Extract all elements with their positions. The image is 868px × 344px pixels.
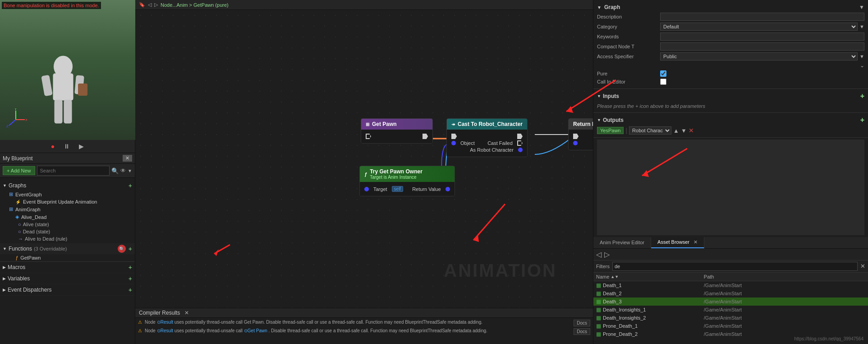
yes-pawn-tag[interactable]: YesPawn — [597, 127, 624, 134]
alive-to-dead-item[interactable]: → Alive to Dead (rule) — [0, 235, 135, 242]
output-type-select[interactable]: Robot Charac — [629, 126, 671, 135]
ab-filter-input[interactable] — [612, 262, 858, 271]
chevron-down-icon: ▼ — [128, 168, 132, 173]
asset-icon-1: ▦ — [596, 290, 601, 297]
eye-icon-button[interactable]: 👁 — [120, 167, 126, 174]
compiler-tab-close[interactable]: ✕ — [184, 310, 189, 316]
name-col-header[interactable]: Name ▲▼ — [596, 274, 704, 279]
warning-icon-1: ⚠ — [138, 320, 142, 325]
graphs-add-button[interactable]: + — [129, 182, 132, 189]
svg-rect-2 — [41, 75, 53, 96]
macros-add-button[interactable]: + — [129, 264, 132, 271]
event-bp-item[interactable]: ⚡ Event Blueprint Update Animation — [0, 198, 135, 205]
try-get-pawn-node[interactable]: ƒ Try Get Pawn Owner Target is Anim Inst… — [359, 166, 455, 196]
pure-checkbox[interactable] — [660, 70, 666, 77]
return-node-title: Return Node — [573, 121, 593, 127]
compact-node-input[interactable] — [660, 42, 864, 51]
svg-text:Y: Y — [14, 108, 17, 111]
as-robot-pin[interactable] — [518, 148, 523, 152]
ab-back-button[interactable]: ◁ — [596, 250, 602, 259]
cast-to-node[interactable]: ↠ Cast To Robot_Character Object Cast Fa… — [446, 118, 528, 157]
exec-in-pin[interactable] — [366, 134, 371, 139]
outputs-add-button[interactable]: + — [860, 116, 864, 124]
object-in-pin[interactable] — [451, 141, 456, 145]
functions-add-button[interactable]: + — [129, 245, 132, 252]
variables-add-button[interactable]: + — [129, 275, 132, 282]
macros-row[interactable]: ▶ Macros + — [0, 262, 135, 273]
search-icon-button[interactable]: 🔍 — [111, 167, 119, 174]
triangle-icon: ▼ — [3, 183, 7, 188]
anim-graph-item[interactable]: ⊞ AnimGraph — [0, 205, 135, 213]
functions-header[interactable]: ▼ Functions (3 Overridable) 🔍 + — [0, 243, 135, 254]
cast-exec-in[interactable] — [451, 134, 457, 139]
collapse-chevron[interactable]: ⌄ — [860, 62, 864, 69]
call-in-editor-checkbox[interactable] — [660, 79, 666, 85]
description-input[interactable] — [660, 13, 864, 21]
get-pawn-link[interactable]: ⊙Get Pawn — [244, 328, 267, 333]
bp-panel-close[interactable]: ✕ — [123, 155, 132, 162]
result-link-1[interactable]: ⊙Result — [157, 320, 173, 325]
get-pawn-node[interactable]: ⊞ Get Pawn — [361, 118, 433, 144]
event-bp-label: Event Blueprint Update Animation — [23, 199, 97, 205]
url-bar: https://blog.csdn.net/qq_39947564 — [795, 336, 863, 341]
variables-label: Variables — [8, 275, 30, 282]
inputs-add-button[interactable]: + — [860, 92, 864, 100]
ab-filter-clear-button[interactable]: ✕ — [860, 263, 865, 270]
cast-exec-pin-row — [451, 134, 523, 139]
output-down-button[interactable]: ▼ — [681, 127, 687, 134]
inputs-header: ▼ Inputs + — [593, 91, 868, 102]
asset-row-5[interactable]: ▦Prone_Death_1 /Game/AnimStart — [593, 322, 868, 330]
get-pawn-func-item[interactable]: ƒ GetPawn — [0, 254, 135, 261]
category-dropdown-arrow[interactable]: ▼ — [859, 24, 864, 29]
cast-failed-pin[interactable] — [517, 140, 523, 146]
ab-forward-button[interactable]: ▷ — [604, 250, 610, 259]
event-dispatchers-row[interactable]: ▶ Event Dispatchers + — [0, 284, 135, 296]
event-bp-icon: ⚡ — [15, 200, 21, 205]
path-col-header[interactable]: Path — [704, 274, 865, 279]
asset-browser-tab-close[interactable]: ✕ — [693, 239, 698, 245]
back-icon[interactable]: ◁ — [148, 2, 152, 8]
asset-row-0[interactable]: ▦Death_1 /Game/AnimStart — [593, 281, 868, 289]
search-input[interactable] — [37, 166, 110, 176]
keywords-input[interactable] — [660, 33, 864, 41]
graph-section-header[interactable]: ▼ Graph ▼ — [593, 3, 868, 12]
asset-browser-tab[interactable]: Asset Browser ✕ — [651, 237, 704, 248]
keywords-label: Keywords — [597, 34, 660, 39]
functions-search-circle[interactable]: 🔍 — [118, 245, 126, 253]
record-button[interactable]: ● — [48, 142, 57, 151]
add-new-button[interactable]: + Add New — [3, 166, 35, 175]
graphs-header[interactable]: ▼ Graphs + — [0, 181, 135, 191]
access-specifier-select[interactable]: Public Protected Private — [660, 52, 858, 60]
canvas-area[interactable]: ⊞ Get Pawn ↠ Cast To Robot_Character — [135, 10, 593, 308]
forward-icon[interactable]: ▷ — [154, 2, 158, 8]
return-exec-in[interactable] — [573, 134, 579, 139]
yes-pawn-pin[interactable] — [573, 141, 578, 145]
access-dropdown-arrow[interactable]: ▼ — [859, 54, 864, 59]
return-value-pin[interactable] — [445, 187, 450, 191]
docs-button-1[interactable]: Docs — [574, 320, 590, 326]
asset-row-1[interactable]: ▦Death_2 /Game/AnimStart — [593, 289, 868, 298]
exec-out-pin[interactable] — [423, 134, 428, 139]
dead-state-item[interactable]: ○ Dead (state) — [0, 228, 135, 235]
target-in-pin[interactable] — [364, 187, 369, 191]
variables-row[interactable]: ▶ Variables + — [0, 273, 135, 284]
output-delete-button[interactable]: ✕ — [689, 127, 694, 134]
play-button[interactable]: ▶ — [76, 142, 87, 151]
event-dispatchers-add-button[interactable]: + — [129, 286, 132, 293]
asset-row-2[interactable]: ▦Death_3 /Game/AnimStart — [593, 298, 868, 306]
output-up-button[interactable]: ▲ — [673, 127, 679, 134]
asset-row-4[interactable]: ▦Death_Ironsights_2 /Game/AnimStart — [593, 314, 868, 322]
cast-exec-out[interactable] — [517, 134, 523, 139]
pause-button[interactable]: ⏸ — [61, 142, 73, 151]
graph-collapse-arrow[interactable]: ▼ — [859, 4, 864, 10]
alive-dead-item[interactable]: ◈ Alive_Dead — [0, 213, 135, 221]
alive-state-item[interactable]: ○ Alive (state) — [0, 221, 135, 228]
svg-line-15 — [473, 204, 505, 240]
anim-preview-tab[interactable]: Anim Preview Editor — [593, 237, 651, 247]
result-link-2[interactable]: ⊙Result — [157, 328, 173, 333]
asset-row-3[interactable]: ▦Death_Ironsights_1 /Game/AnimStart — [593, 306, 868, 314]
docs-button-2[interactable]: Docs — [574, 328, 590, 335]
return-node[interactable]: Return Node Yes Pawn — [568, 118, 593, 150]
category-select[interactable]: Default — [660, 23, 858, 31]
event-graph-item[interactable]: ⊞ EventGraph — [0, 191, 135, 198]
